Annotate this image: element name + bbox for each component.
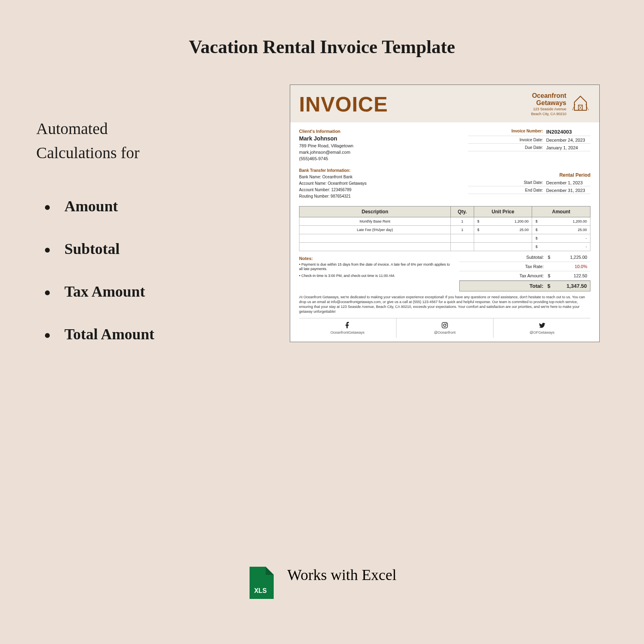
table-row: $- (299, 234, 590, 242)
total-value: 1,347.50 (555, 283, 587, 289)
subtitle: Automated Calculations for (36, 117, 229, 165)
note-line: • Check-in time is 3:00 PM, and check-ou… (299, 274, 453, 279)
line-items-table: Description Qty. Unit Price Amount Month… (299, 206, 590, 251)
client-name: Mark Johnson (299, 135, 459, 142)
client-info: Client's Information Mark Johnson 789 Pi… (299, 129, 459, 163)
client-address: 789 Pine Road, Villagetown (299, 143, 459, 148)
invoice-number: IN2024003 (546, 129, 590, 135)
table-row: Monthly Base Rent 1 $1,200.00 $1,200.00 (299, 217, 590, 225)
account-number: Account Number: 123456789 (299, 188, 459, 192)
empty-amount: - (586, 245, 587, 249)
totals-block: Subtotal: $ 1,225.00 Tax Rate: 10.0% Tax… (459, 253, 590, 291)
social-row: OceanfrontGetaways @Oceanfront @OFGetawa… (299, 318, 590, 338)
instagram-handle: @Oceanfront (434, 330, 456, 334)
col-unit-price: Unit Price (474, 206, 532, 217)
currency: $ (535, 236, 537, 240)
due-date: January 1, 2024 (546, 145, 590, 150)
bullet-item: Amount (44, 197, 229, 215)
item-desc: Late Fee (5%/per day) (299, 225, 451, 234)
footer-row: XLS Works with Excel (0, 562, 644, 596)
item-qty: 1 (450, 225, 474, 234)
facebook-handle: OceanfrontGetaways (330, 330, 365, 334)
subtotal-label: Subtotal: (462, 255, 548, 260)
bullet-item: Total Amount (44, 325, 229, 343)
currency: $ (548, 273, 555, 278)
routing-number: Routing Number: 987654321 (299, 194, 459, 198)
bank-name: Bank Name: Oceanfront Bank (299, 175, 459, 179)
bullet-item: Tax Amount (44, 283, 229, 300)
social-twitter: @OFGetaways (493, 318, 590, 338)
col-qty: Qty. (450, 206, 474, 217)
feature-column: Automated Calculations for Amount Subtot… (36, 117, 229, 368)
subtitle-line1: Automated (36, 120, 108, 138)
taxamount-value: 122.50 (555, 273, 587, 278)
empty-amount: - (586, 236, 587, 240)
currency: $ (548, 255, 555, 260)
instagram-icon (441, 322, 448, 329)
bullet-list: Amount Subtotal Tax Amount Total Amount (36, 197, 229, 343)
company-block: Oceanfront Getaways 123 Seaside Avenue B… (531, 92, 590, 117)
twitter-handle: @OFGetaways (530, 330, 555, 334)
rental-period: Rental Period Start Date: December 1, 20… (468, 168, 590, 200)
currency: $ (535, 228, 537, 232)
end-date-label: End Date: (468, 188, 546, 193)
item-desc: Monthly Base Rent (299, 217, 451, 225)
currency: $ (535, 219, 537, 223)
notes-heading: Notes: (299, 256, 453, 261)
account-name: Account Name: Oceanfront Getaways (299, 181, 459, 186)
invoice-preview: INVOICE Oceanfront Getaways 123 Seaside … (290, 85, 600, 342)
col-amount: Amount (532, 206, 590, 217)
currency: $ (547, 283, 555, 289)
bullet-item: Subtotal (44, 240, 229, 258)
taxamount-label: Tax Amount: (462, 273, 548, 278)
page-title: Vacation Rental Invoice Template (0, 0, 644, 58)
footer-text: Works with Excel (287, 566, 396, 584)
notes-block: Notes: • Payment is due within 15 days f… (299, 253, 459, 291)
invoice-number-label: Invoice Number: (468, 129, 546, 135)
item-amount: 25.00 (578, 228, 587, 232)
xls-file-icon: XLS (248, 567, 274, 601)
end-date: December 31, 2023 (546, 188, 590, 193)
svg-text:XLS: XLS (254, 587, 266, 594)
twitter-icon (539, 322, 546, 329)
company-address: 123 Seaside Avenue Beach City, CA 90210 (531, 107, 566, 116)
total-label: Total: (463, 283, 547, 289)
subtotal-value: 1,225.00 (555, 255, 587, 260)
invoice-header: INVOICE Oceanfront Getaways 123 Seaside … (290, 85, 599, 122)
item-price: 25.00 (520, 228, 529, 232)
col-description: Description (299, 206, 451, 217)
client-section-heading: Client's Information (299, 129, 459, 134)
invoice-date: December 24, 2023 (546, 138, 590, 142)
table-row: $- (299, 242, 590, 251)
rental-section-heading: Rental Period (468, 172, 590, 178)
item-price: 1,200.00 (514, 219, 528, 223)
invoice-date-label: Invoice Date: (468, 138, 546, 142)
svg-point-5 (444, 324, 446, 326)
start-date-label: Start Date: (468, 180, 546, 185)
company-name: Oceanfront Getaways (531, 92, 566, 106)
note-line: • Payment is due within 15 days from the… (299, 262, 453, 272)
bank-section-heading: Bank Transfer Information: (299, 168, 459, 173)
currency: $ (477, 219, 479, 223)
client-email: mark.johnson@email.com (299, 150, 459, 155)
due-date-label: Due Date: (468, 145, 546, 150)
taxrate-value: 10.0% (555, 264, 587, 269)
currency: $ (477, 228, 479, 232)
svg-point-6 (446, 323, 447, 324)
table-row: Late Fee (5%/per day) 1 $25.00 $25.00 (299, 225, 590, 234)
subtitle-line2: Calculations for (36, 144, 140, 162)
barn-logo-icon (570, 92, 590, 112)
client-phone: (555)465-9745 (299, 156, 459, 161)
item-qty: 1 (450, 217, 474, 225)
invoice-heading: INVOICE (299, 92, 388, 116)
invoice-meta: Invoice Number: IN2024003 Invoice Date: … (468, 129, 590, 163)
facebook-icon (344, 322, 351, 329)
social-instagram: @Oceanfront (396, 318, 494, 338)
currency: $ (535, 245, 537, 249)
taxrate-label: Tax Rate: (462, 264, 548, 269)
item-amount: 1,200.00 (573, 219, 587, 223)
footer-blurb: At Oceanfront Getaways, we're dedicated … (299, 291, 590, 316)
bank-info: Bank Transfer Information: Bank Name: Oc… (299, 168, 459, 200)
social-facebook: OceanfrontGetaways (299, 318, 396, 338)
start-date: December 1, 2023 (546, 180, 590, 185)
